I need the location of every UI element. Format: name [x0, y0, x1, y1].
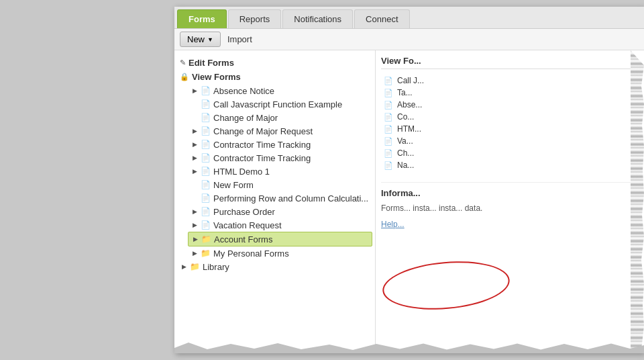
edit-forms-section[interactable]: ✎ Edit Forms	[177, 56, 372, 70]
doc-icon: 📄	[384, 137, 393, 146]
expand-icon: ▶	[191, 167, 199, 175]
info-section: Informa... Forms... insta... insta... da…	[381, 182, 639, 229]
right-list-item: 📄 Na...	[381, 159, 639, 171]
pencil-icon: ✎	[180, 58, 186, 67]
tree-item-call-js[interactable]: 📄 Call Javascript Function Example	[188, 97, 372, 111]
expand-icon	[191, 114, 199, 122]
doc-icon: 📄	[384, 101, 393, 109]
doc-icon: 📄	[200, 112, 211, 123]
right-list-item: 📄 Co...	[381, 111, 639, 123]
doc-icon: 📄	[200, 193, 211, 204]
tree-item-contractor-1[interactable]: ▶ 📄 Contractor Time Tracking	[188, 138, 372, 151]
folder-icon: 📁	[201, 234, 211, 244]
doc-icon: 📄	[200, 206, 211, 217]
expand-icon: ▶	[180, 263, 188, 271]
tab-forms[interactable]: Forms	[177, 9, 227, 28]
doc-icon: 📄	[200, 126, 211, 136]
expand-icon: ▶	[191, 154, 199, 162]
tree-item-new-form[interactable]: 📄 New Form	[188, 178, 372, 191]
tree-item-performing-row[interactable]: 📄 Performing Row and Column Calculati...	[188, 191, 372, 205]
tree-item-change-major[interactable]: 📄 Change of Major	[188, 111, 372, 124]
info-text: Forms... insta... insta... data.	[381, 202, 639, 214]
tree-item-contractor-2[interactable]: ▶ 📄 Contractor Time Tracking	[188, 151, 372, 165]
doc-icon: 📄	[384, 113, 393, 122]
tree-item-library[interactable]: ▶ 📁 Library	[177, 260, 372, 273]
new-button[interactable]: New ▼	[180, 32, 221, 47]
doc-icon: 📄	[200, 166, 211, 177]
expand-icon: ▶	[191, 235, 199, 243]
tree-item-absence-notice[interactable]: ▶ 📄 Absence Notice	[188, 84, 372, 97]
doc-icon: 📄	[200, 152, 211, 163]
expand-icon: ▶	[191, 249, 199, 257]
expand-icon	[191, 181, 199, 189]
right-list-item: 📄 Va...	[381, 135, 639, 147]
tab-connect[interactable]: Connect	[354, 9, 409, 28]
doc-icon: 📄	[200, 99, 211, 109]
content-area: ✎ Edit Forms 🔒 View Forms ▶ 📄 Absence No…	[174, 50, 644, 350]
doc-icon: 📄	[384, 125, 393, 134]
doc-icon: 📄	[384, 149, 393, 158]
expand-icon	[191, 194, 199, 202]
doc-icon: 📄	[384, 89, 393, 97]
main-window: Forms Reports Notifications Connect New …	[174, 7, 644, 353]
folder-icon: 📁	[200, 248, 211, 259]
right-list-item: 📄 HTM...	[381, 123, 639, 135]
tab-reports[interactable]: Reports	[228, 9, 282, 28]
doc-icon: 📄	[200, 139, 211, 150]
right-list-item: 📄 Ch...	[381, 147, 639, 159]
right-panel: View Fo... 📄 Call J... 📄 Ta... 📄 Abse...…	[376, 50, 644, 350]
tree-item-purchase-order[interactable]: ▶ 📄 Purchase Order	[188, 205, 372, 218]
expand-icon	[191, 100, 199, 108]
right-list-item: 📄 Ta...	[381, 87, 639, 99]
dropdown-arrow-icon: ▼	[207, 36, 213, 43]
doc-icon: 📄	[200, 179, 211, 190]
doc-icon: 📄	[200, 220, 211, 230]
lock-icon: 🔒	[180, 73, 189, 81]
doc-icon: 📄	[384, 77, 393, 85]
view-forms-section[interactable]: 🔒 View Forms	[177, 70, 372, 84]
tree-item-vacation-request[interactable]: ▶ 📄 Vacation Request	[188, 218, 372, 232]
left-panel-tree[interactable]: ✎ Edit Forms 🔒 View Forms ▶ 📄 Absence No…	[174, 50, 376, 350]
right-list-item: 📄 Abse...	[381, 99, 639, 111]
tree-item-account-forms[interactable]: ▶ 📁 Account Forms	[188, 232, 372, 246]
tree-item-change-major-request[interactable]: ▶ 📄 Change of Major Request	[188, 124, 372, 138]
expand-icon: ▶	[191, 221, 199, 229]
tree-item-my-personal-forms[interactable]: ▶ 📁 My Personal Forms	[188, 246, 372, 260]
info-title: Informa...	[381, 188, 639, 198]
tab-bar: Forms Reports Notifications Connect	[174, 7, 644, 29]
tab-notifications[interactable]: Notifications	[282, 9, 353, 28]
expand-icon: ▶	[191, 208, 199, 216]
expand-icon: ▶	[191, 140, 199, 148]
right-panel-title: View Fo...	[381, 56, 639, 69]
doc-icon: 📄	[384, 161, 393, 170]
import-button[interactable]: Import	[223, 32, 256, 46]
folder-icon: 📁	[189, 261, 200, 272]
tree-item-html-demo[interactable]: ▶ 📄 HTML Demo 1	[188, 165, 372, 178]
expand-icon: ▶	[191, 127, 199, 135]
right-list-item: 📄 Call J...	[381, 75, 639, 87]
help-link[interactable]: Help...	[381, 220, 639, 229]
toolbar: New ▼ Import	[174, 29, 644, 50]
doc-icon: 📄	[200, 85, 211, 96]
expand-icon: ▶	[191, 87, 199, 95]
